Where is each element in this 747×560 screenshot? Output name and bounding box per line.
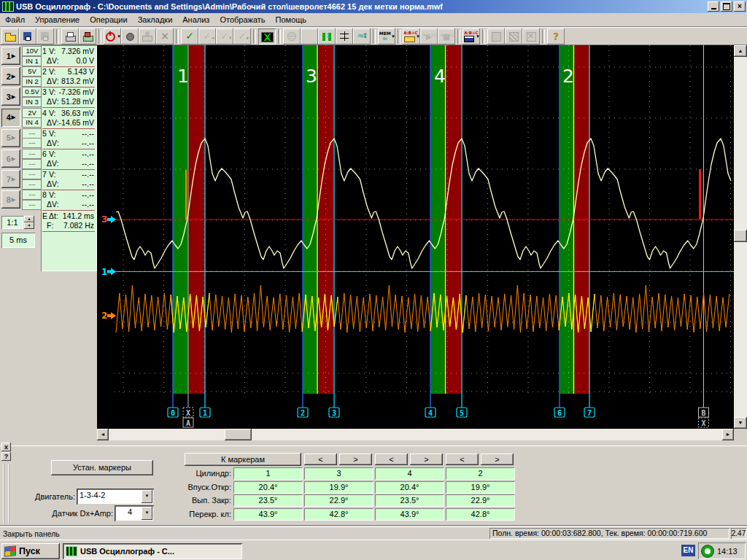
channel-2-zero-label[interactable]: 2 xyxy=(101,311,107,321)
level-cursors-button[interactable] xyxy=(336,28,353,44)
cylinder-prev-button[interactable]: < xyxy=(446,454,479,465)
horizontal-scroll-thumb[interactable] xyxy=(225,429,252,440)
timebase-control[interactable]: 5 ms xyxy=(1,233,35,248)
print-button[interactable] xyxy=(61,28,79,44)
scroll-right-button[interactable]: ► xyxy=(722,429,734,440)
channel-1-button[interactable]: 1▶ xyxy=(1,47,20,65)
channel-6-range[interactable]: --- xyxy=(22,149,42,159)
dropdown-arrow-icon[interactable]: ▾ xyxy=(117,34,120,39)
start-button[interactable]: Пуск xyxy=(1,543,60,559)
close-button[interactable]: × xyxy=(734,1,746,12)
menu-analysis[interactable]: Анализ xyxy=(177,14,214,26)
apply-prev-button[interactable] xyxy=(198,28,216,44)
cylinder-prev-button[interactable]: < xyxy=(375,454,408,465)
horizontal-scrollbar[interactable]: ◄ ► xyxy=(97,429,734,440)
panel-grip[interactable] xyxy=(3,464,9,524)
channel-2-button[interactable]: 2▶ xyxy=(1,67,20,85)
cylinder-next-button[interactable]: > xyxy=(481,454,514,465)
menu-bookmarks[interactable]: Закладки xyxy=(133,14,178,26)
save-file-button[interactable] xyxy=(19,28,36,44)
channel-1-range[interactable]: 10V xyxy=(22,46,42,56)
channel-1-zero-label[interactable]: 1 xyxy=(101,267,107,277)
overlay-dither-button[interactable] xyxy=(505,28,522,44)
channel-8-button[interactable]: 8▶ xyxy=(1,190,20,209)
channel-4-button[interactable]: 4▶ xyxy=(1,109,20,127)
dropdown-arrow-icon[interactable]: ▾ xyxy=(392,34,395,39)
abc-stop-button[interactable] xyxy=(438,28,455,44)
zoom-ratio-control[interactable]: 1:1 xyxy=(1,216,23,229)
cylinder-next-button[interactable]: > xyxy=(339,454,372,465)
cylinder-next-button[interactable]: > xyxy=(410,454,443,465)
channel-5-input[interactable]: --- xyxy=(22,138,42,148)
sensor-select[interactable]: 4▼ xyxy=(115,505,154,521)
help-button[interactable] xyxy=(547,28,565,44)
maximize-button[interactable] xyxy=(721,1,732,12)
overlay-solid-button[interactable] xyxy=(487,28,505,44)
channel-8-input[interactable]: --- xyxy=(22,200,42,210)
channel-6-input[interactable]: --- xyxy=(22,159,42,169)
channel-6-button[interactable]: 6▶ xyxy=(1,149,20,168)
stop-acquisition-button[interactable]: ▾ xyxy=(104,28,121,44)
channel-3-range[interactable]: 0.5V xyxy=(22,87,42,97)
to-markers-button[interactable]: К маркерам xyxy=(185,453,301,466)
zoom-region-button[interactable] xyxy=(283,28,301,44)
menu-file[interactable]: Файл xyxy=(0,14,30,26)
open-file-button[interactable] xyxy=(1,28,19,44)
search-button[interactable] xyxy=(301,28,318,44)
taskbar-task-button[interactable]: USB Осциллограф - C... xyxy=(63,543,242,559)
channel-7-range[interactable]: --- xyxy=(22,169,42,179)
channel-5-button[interactable]: 5▶ xyxy=(1,129,20,147)
overlay-clear-button[interactable] xyxy=(522,28,540,44)
time-cursors-button[interactable] xyxy=(353,28,371,44)
scope-canvas[interactable]: 01234567XABX1342312 xyxy=(97,45,734,429)
abc-panel-button[interactable]: ▾ xyxy=(462,28,480,44)
menu-operations[interactable]: Операции xyxy=(85,14,132,26)
combo-arrow-icon[interactable]: ▼ xyxy=(142,490,152,503)
set-markers-button[interactable]: Устан. маркеры xyxy=(51,460,153,475)
scroll-down-button[interactable]: ▼ xyxy=(734,417,747,429)
channel-2-range[interactable]: 5V xyxy=(22,66,42,77)
channel-3-button[interactable]: 3▶ xyxy=(1,88,20,106)
panel-help-button[interactable]: ? xyxy=(1,452,11,461)
minimize-button[interactable] xyxy=(708,1,719,12)
scroll-up-button[interactable]: ▲ xyxy=(734,45,747,57)
channel-7-button[interactable]: 7▶ xyxy=(1,170,20,188)
engine-select[interactable]: 1-3-4-2▼ xyxy=(77,489,154,505)
abc-play-button[interactable] xyxy=(420,28,438,44)
apply-button[interactable] xyxy=(181,28,198,44)
channel-4-range[interactable]: 2V xyxy=(22,108,42,118)
vertical-scroll-thumb[interactable] xyxy=(734,230,747,242)
channel-8-range[interactable]: --- xyxy=(22,190,42,200)
oscilloscope-plot[interactable]: 01234567XABX1342312 xyxy=(97,45,734,429)
abc-open-button[interactable]: ▾ xyxy=(403,28,420,44)
menu-help[interactable]: Помощь xyxy=(271,14,312,26)
channel-2-input[interactable]: IN 2 xyxy=(22,77,42,87)
tray-oscilloscope-icon[interactable] xyxy=(702,545,713,557)
print-setup-button[interactable] xyxy=(79,28,96,44)
memory-button[interactable]: ▾ xyxy=(378,28,395,44)
panel-close-button[interactable]: x xyxy=(1,443,11,451)
menu-control[interactable]: Управление xyxy=(30,14,85,26)
spinner-down-button[interactable]: ▼ xyxy=(24,222,34,229)
set-markers-tool-button[interactable] xyxy=(318,28,336,44)
waveform-view-toggle[interactable] xyxy=(258,28,276,44)
menu-display[interactable]: Отображать xyxy=(214,14,270,26)
apply-back-button[interactable] xyxy=(216,28,233,44)
combo-arrow-icon[interactable]: ▼ xyxy=(142,507,152,520)
spinner-up-button[interactable]: ▲ xyxy=(24,216,34,222)
apply-next-button[interactable] xyxy=(233,28,251,44)
scroll-left-button[interactable]: ◄ xyxy=(97,429,109,440)
cylinder-prev-button[interactable]: < xyxy=(304,454,337,465)
channel-3-zero-label[interactable]: 3 xyxy=(101,214,107,225)
record-to-file-button[interactable] xyxy=(139,28,156,44)
language-indicator[interactable]: EN xyxy=(681,545,695,556)
channel-5-range[interactable]: --- xyxy=(22,128,42,139)
channel-4-input[interactable]: IN 4 xyxy=(22,117,42,128)
vertical-scrollbar[interactable]: ▲ ▼ xyxy=(734,45,747,429)
channel-1-input[interactable]: IN 1 xyxy=(22,56,42,66)
channel-3-input[interactable]: IN 3 xyxy=(22,97,42,107)
channel-7-input[interactable]: --- xyxy=(22,179,42,190)
export-button[interactable] xyxy=(36,28,54,44)
record-button[interactable] xyxy=(121,28,139,44)
delete-button[interactable] xyxy=(156,28,174,44)
